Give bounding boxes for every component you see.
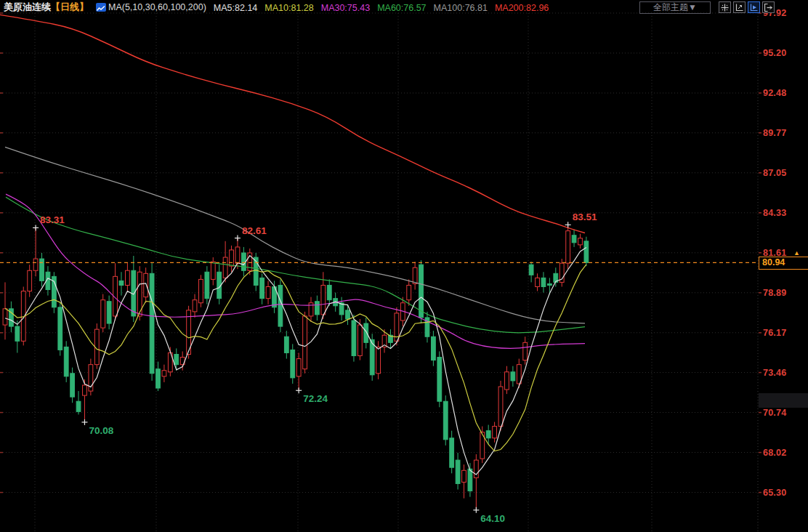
ma-line-ma5 [5, 248, 586, 475]
price-axis[interactable]: 97.9295.2092.4889.7787.0584.3381.6178.89… [759, 0, 808, 532]
price-tick-label: 70.74 [763, 408, 786, 418]
ma-value-ma30: MA30:75.43 [321, 3, 370, 13]
crosshair-move-icon[interactable] [719, 1, 731, 13]
price-tick-label: 65.30 [763, 488, 786, 498]
ma-settings-label: MA(5,10,30,60,100,200) [108, 2, 206, 12]
ma-value-ma5: MA5:82.14 [214, 3, 257, 13]
price-tick-label: 89.77 [763, 128, 786, 138]
price-annotation-low: 72.24 [303, 393, 328, 404]
exit-chart-icon[interactable] [762, 1, 775, 13]
period-tag: 【日线】 [51, 1, 89, 14]
axis-pointer-icon[interactable] [748, 1, 760, 13]
price-tick-label: 84.33 [763, 208, 786, 218]
price-up-arrow-icon: ▲ [793, 250, 800, 257]
axis-zoom-icon[interactable] [733, 1, 746, 13]
price-annotation-high: 82.61 [242, 225, 267, 236]
ma-value-ma60: MA60:76.57 [377, 3, 426, 13]
gridlines [0, 10, 761, 532]
price-tick-label: 95.20 [763, 48, 786, 58]
ma-line-ma100 [5, 147, 585, 323]
ma-value-ma100: MA100:76.81 [434, 3, 488, 13]
price-tick-label: 87.05 [763, 168, 786, 178]
last-price-badge: 80.94 [759, 257, 808, 270]
price-tick-label: 78.89 [763, 288, 786, 298]
price-tick-label: 73.46 [763, 368, 786, 378]
chart-window: 83.3170.0882.6172.2464.1083.51 美原油连续 【日线… [0, 0, 808, 532]
ma-value-ma10: MA10:81.28 [264, 3, 313, 13]
ma-value-ma200: MA200:82.96 [495, 3, 549, 13]
axis-shaded-span [759, 393, 808, 408]
theme-dropdown[interactable]: 全部主题▼ [639, 1, 711, 14]
price-annotation-low: 70.08 [89, 425, 113, 436]
candles [3, 225, 589, 509]
line-chart-icon [96, 3, 106, 12]
price-annotation-low: 64.10 [480, 513, 505, 524]
chart-header: 美原油连续 【日线】 MA(5,10,30,60,100,200) MA5:82… [0, 0, 808, 15]
ma-line-ma200 [0, 15, 585, 233]
instrument-title: 美原油连续 [4, 1, 51, 14]
price-annotation-high: 83.31 [40, 214, 65, 225]
ma-line-ma30 [6, 194, 585, 348]
price-tick-label: 76.17 [763, 328, 786, 338]
ma-line-ma60 [6, 197, 585, 333]
price-tick-label: 92.48 [763, 88, 786, 98]
price-tick-label: 68.02 [763, 448, 786, 458]
price-annotation-high: 83.51 [573, 211, 597, 222]
ma-values-group: MA5:82.14MA10:81.28MA30:75.43MA60:76.57M… [206, 1, 549, 14]
